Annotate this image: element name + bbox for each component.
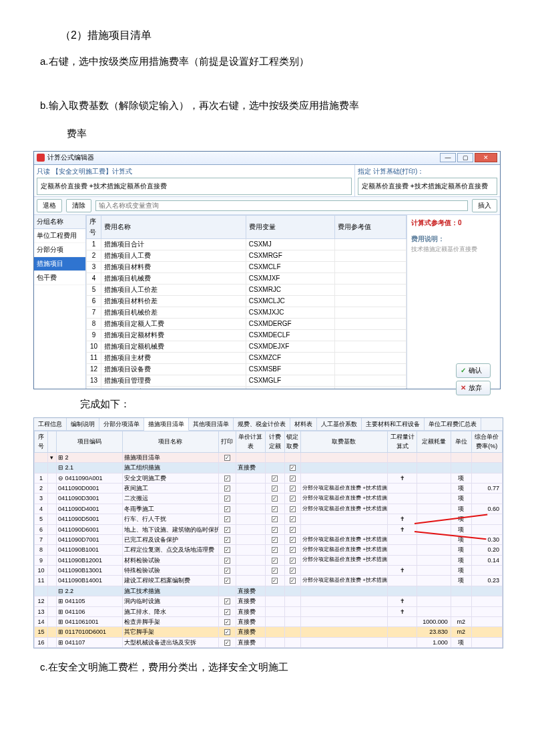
grid-row[interactable]: 1⊖ 0411090A001安全文明施工费✝项	[35, 473, 503, 483]
col-header: 序号	[87, 215, 101, 238]
grid-row[interactable]: ⊟ 2.1施工组织措施直接费	[35, 463, 503, 473]
col-header: 定额耗量	[417, 431, 451, 452]
measure-list-sheet: 工程信息编制说明分部分项清单措施项目清单其他项目清单规费、税金计价表材料表人工基…	[33, 417, 503, 649]
sheet-tab[interactable]: 其他项目清单	[189, 418, 234, 430]
grid-row[interactable]: 16⊞ 041107大型机械设备进出场及安拆直接费1.000项	[35, 637, 503, 647]
note-text: 技术措施定额基价直接费	[411, 244, 496, 254]
result-panel: 计算式参考值：0 费用说明： 技术措施定额基价直接费 ✓确认 ✕放弃	[407, 215, 500, 389]
backspace-button[interactable]: 退格	[37, 199, 62, 212]
cancel-button[interactable]: ✕放弃	[456, 381, 491, 395]
sheet-tab[interactable]: 编制说明	[67, 418, 99, 430]
sidebar-item[interactable]: 措施项目	[34, 257, 85, 271]
col-header: 费用变量	[246, 215, 334, 238]
grid-row[interactable]: 80411090B1001工程定位复测、点交及场地清理费分部分项定额基价直接费 …	[35, 545, 503, 555]
formula-editor-window: 计算公式编辑器 — ▢ ✕ 只读 【安全文明施工费】计算式 定额基价直接费 +技…	[33, 151, 501, 389]
fee-var-table: 序号费用名称费用变量费用参考值 1措施项目合计CSXMJ2措施项目人工费CSXM…	[86, 215, 407, 389]
close-icon[interactable]: ✕	[475, 153, 497, 162]
formula-left-box: 定额基价直接费 +技术措施定额基价直接费	[37, 178, 352, 195]
table-row[interactable]: 13措施项目管理费CSXMGLF	[87, 375, 407, 386]
step-b-cont: 费率	[67, 126, 494, 142]
minimize-icon[interactable]: —	[440, 153, 456, 162]
grid-row[interactable]: ⊟ 2.2施工技术措施直接费	[35, 586, 503, 596]
note-label: 费用说明：	[411, 234, 496, 244]
app-icon	[37, 154, 45, 162]
grid-row[interactable]: 90411090B12001材料检验试验分部分项定额基价直接费 +技术措施定额基…	[35, 555, 503, 565]
grid-row[interactable]: 110411090B14001建设工程竣工档案编制费分部分项定额基价直接费 +技…	[35, 576, 503, 586]
formula-right-label: 指定 计算基础(打印)：	[358, 166, 497, 177]
grid-row[interactable]: 40411090D4001冬雨季施工分部分项定额基价直接费 +技术措施定额基价直…	[35, 504, 503, 514]
col-header: 打印	[218, 431, 236, 452]
table-row[interactable]: 8措施项目定额人工费CSXMDERGF	[87, 318, 407, 329]
grid-row[interactable]: 14⊞ 0411061001检查井脚手架直接费1000.000m2	[35, 617, 503, 627]
table-row[interactable]: 6措施项目材料价差CSXMCLJC	[87, 295, 407, 307]
col-header: 锁定取费	[284, 431, 300, 452]
col-header: 单位	[451, 431, 471, 452]
table-row[interactable]: 9措施项目定额材料费CSXMDECLF	[87, 329, 407, 341]
group-sidebar: 分组名称 单位工程费用分部分项措施项目包干费	[34, 215, 86, 389]
sheet-tab[interactable]: 单位工程费汇总表	[425, 418, 481, 430]
step-c: c.在安全文明施工费栏，费用分类出，选择安全文明施工	[40, 659, 494, 675]
formula-left-label: 只读 【安全文明施工费】计算式	[37, 166, 352, 177]
col-header: 单价计算表	[236, 431, 265, 452]
sidebar-item[interactable]: 单位工程费用	[34, 229, 85, 243]
col-header: 费用名称	[101, 215, 246, 238]
sheet-tab[interactable]: 材料表	[290, 418, 317, 430]
col-header: 工程量计算式	[387, 431, 417, 452]
sheet-tab[interactable]: 措施项目清单	[144, 418, 189, 431]
col-header	[47, 431, 56, 452]
step-a: a.右键，选中按级类应用措施费率（前提是设置好工程类别）	[40, 53, 494, 69]
grid-row[interactable]: 20411090D0001夜间施工分部分项定额基价直接费 +技术措施定额基价直接…	[35, 483, 503, 493]
step-b: b.输入取费基数（解除锁定输入），再次右键，选中按级类应用措施费率	[40, 98, 494, 114]
sidebar-item[interactable]: 包干费	[34, 271, 85, 285]
check-icon: ✓	[461, 365, 466, 376]
formula-right-box[interactable]: 定额基价直接费 +技术措施定额基价直接费	[358, 178, 497, 195]
window-titlebar: 计算公式编辑器 — ▢ ✕	[34, 152, 500, 165]
grid-row[interactable]: 70411090D7001已完工程及设备保护分部分项定额基价直接费 +技术措施定…	[35, 534, 503, 544]
sheet-tab[interactable]: 分部分项清单	[99, 418, 144, 430]
insert-button[interactable]: 插入	[472, 199, 497, 212]
sheet-tab[interactable]: 规费、税金计价表	[234, 418, 290, 430]
col-header: 费用参考值	[334, 215, 406, 238]
sheet-tab[interactable]: 人工基价系数	[317, 418, 362, 430]
table-row[interactable]: 12措施项目设备费CSXMSBF	[87, 363, 407, 375]
col-header: 综合单价费率(%)	[471, 431, 502, 452]
col-header: 项目编码	[57, 431, 123, 452]
grid-row[interactable]: 15⊞ 0117010D6001其它脚手架直接费23.830m2	[35, 627, 503, 637]
grid-row[interactable]: 100411090B13001特殊检验试验✝项	[35, 566, 503, 576]
table-row[interactable]: 10措施项目定额机械费CSXMDEJXF	[87, 341, 407, 352]
x-icon: ✕	[461, 383, 466, 393]
sidebar-item[interactable]: 分部分项	[34, 243, 85, 257]
sheet-tab[interactable]: 工程信息	[34, 418, 67, 430]
sheet-tabs: 工程信息编制说明分部分项清单措施项目清单其他项目清单规费、税金计价表材料表人工基…	[34, 418, 503, 431]
maximize-icon[interactable]: ▢	[457, 153, 473, 162]
window-title: 计算公式编辑器	[47, 152, 94, 163]
grid-row[interactable]: 12⊞ 041105洞内临时设施直接费✝	[35, 596, 503, 606]
section-heading: （2）措施项目清单	[60, 27, 494, 44]
search-input[interactable]	[95, 200, 468, 211]
grid-row[interactable]: 30411090D3001二次搬运分部分项定额基价直接费 +技术措施定额基价直接…	[35, 494, 503, 504]
grid-row[interactable]: ▾⊞ 2措施项目清单	[35, 452, 503, 462]
col-header: 计费定额	[266, 431, 285, 452]
table-row[interactable]: 7措施项目机械价差CSXMJXJC	[87, 307, 407, 318]
measure-grid: 序号项目编码项目名称打印单价计算表计费定额锁定取费取费基数工程量计算式定额耗量单…	[34, 431, 503, 648]
table-row[interactable]: 14措施项目利润CSXMLR	[87, 386, 407, 389]
grid-row[interactable]: 50411090D5001行车、行人干扰✝项	[35, 514, 503, 524]
ok-button[interactable]: ✓确认	[456, 363, 491, 378]
sidebar-header: 分组名称	[34, 215, 85, 229]
col-header: 取费基数	[300, 431, 387, 452]
table-row[interactable]: 1措施项目合计CSXMJ	[87, 238, 407, 250]
table-row[interactable]: 5措施项目人工价差CSXMRJC	[87, 284, 407, 295]
sheet-tab[interactable]: 主要材料和工程设备	[362, 418, 425, 430]
table-row[interactable]: 3措施项目材料费CSXMCLF	[87, 261, 407, 272]
table-row[interactable]: 11措施项目主材费CSXMZCF	[87, 352, 407, 363]
table-row[interactable]: 2措施项目人工费CSXMRGF	[87, 250, 407, 261]
table-row[interactable]: 4措施项目机械费CSXMJXF	[87, 272, 407, 284]
result-value: 计算式参考值：0	[411, 218, 496, 228]
grid-row[interactable]: 13⊞ 041106施工排水、降水直接费✝	[35, 606, 503, 616]
col-header: 项目名称	[123, 431, 218, 452]
clear-button[interactable]: 清除	[66, 199, 91, 212]
col-header: 序号	[35, 431, 48, 452]
